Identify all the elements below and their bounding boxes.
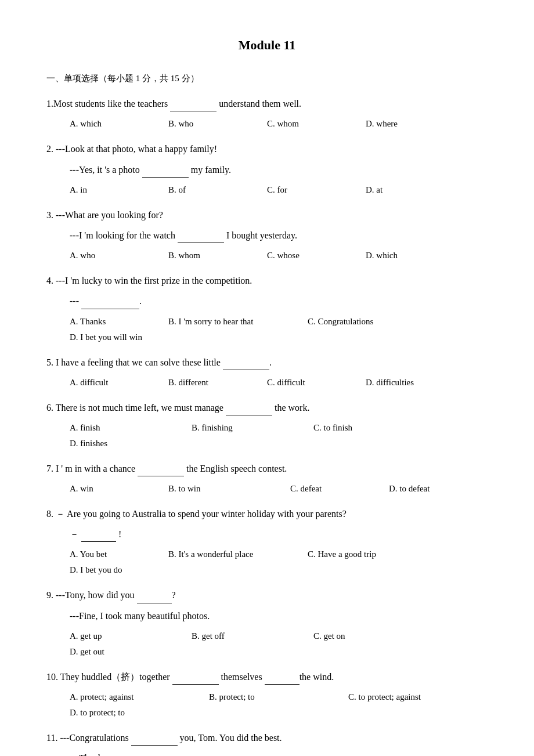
option-5d: D. difficulties xyxy=(366,375,464,390)
option-2b: B. of xyxy=(168,182,267,198)
question-6: 6. There is not much time left, we must … xyxy=(46,400,488,451)
page-title: Module 11 xyxy=(46,35,488,55)
question-3: 3. ---What are you looking for? ---I 'm … xyxy=(46,207,488,263)
option-4d: D. I bet you will win xyxy=(70,330,209,345)
option-9c: C. get on xyxy=(313,628,435,644)
option-7b: B. to win xyxy=(168,481,290,497)
option-6d: D. finishes xyxy=(70,436,192,451)
option-4b: B. I 'm sorry to hear that xyxy=(168,314,308,330)
option-9d: D. get out xyxy=(70,644,192,660)
question-3-text: 3. ---What are you looking for? xyxy=(46,207,488,223)
question-11-sub: ---Thank you. xyxy=(70,750,488,756)
question-9-options: A. get up B. get off C. get on D. get ou… xyxy=(70,628,488,660)
option-6a: A. finish xyxy=(70,420,192,436)
option-1c: C. whom xyxy=(267,116,366,132)
question-2: 2. ---Look at that photo, what a happy f… xyxy=(46,141,488,197)
option-1d: D. where xyxy=(366,116,464,132)
option-10a: A. protect; against xyxy=(70,689,209,705)
question-9-sub: ---Fine, I took many beautiful photos. xyxy=(70,608,488,624)
option-8c: C. Have a good trip xyxy=(308,547,447,562)
question-4-options: A. Thanks B. I 'm sorry to hear that C. … xyxy=(70,314,488,345)
question-5-options: A. difficult B. different C. difficult D… xyxy=(70,375,488,390)
question-10-options: A. protect; against B. protect; to C. to… xyxy=(70,689,488,721)
question-1: 1.Most students like the teachers unders… xyxy=(46,96,488,132)
option-10c: C. to protect; against xyxy=(348,689,488,705)
question-7-options: A. win B. to win C. defeat D. to defeat xyxy=(70,481,488,497)
question-2-text: 2. ---Look at that photo, what a happy f… xyxy=(46,141,488,157)
question-8-sub: － ! xyxy=(70,526,488,542)
question-8-text: 8. － Are you going to Australia to spend… xyxy=(46,506,488,522)
question-6-options: A. finish B. finishing C. to finish D. f… xyxy=(70,420,488,451)
section-header: 一、单项选择（每小题 1 分，共 15 分） xyxy=(46,71,488,85)
option-7d: D. to defeat xyxy=(389,481,488,497)
option-5a: A. difficult xyxy=(70,375,168,390)
question-7: 7. I ' m in with a chance the English sp… xyxy=(46,461,488,497)
question-6-text: 6. There is not much time left, we must … xyxy=(46,400,488,415)
option-4a: A. Thanks xyxy=(70,314,168,330)
question-8: 8. － Are you going to Australia to spend… xyxy=(46,506,488,578)
question-9-text: 9. ---Tony, how did you ? xyxy=(46,587,488,603)
option-3b: B. whom xyxy=(168,248,267,263)
option-5c: C. difficult xyxy=(267,375,366,390)
option-8d: D. I bet you do xyxy=(70,562,209,578)
option-9b: B. get off xyxy=(192,628,313,644)
question-1-options: A. which B. who C. whom D. where xyxy=(70,116,488,132)
option-5b: B. different xyxy=(168,375,267,390)
question-10: 10. They huddled（挤）together themselves t… xyxy=(46,669,488,721)
option-3d: D. which xyxy=(366,248,464,263)
option-3a: A. who xyxy=(70,248,168,263)
option-9a: A. get up xyxy=(70,628,192,644)
option-4c: C. Congratulations xyxy=(308,314,447,330)
question-5-text: 5. I have a feeling that we can solve th… xyxy=(46,355,488,370)
question-2-sub: ---Yes, it 's a photo my family. xyxy=(70,162,488,178)
question-10-text: 10. They huddled（挤）together themselves t… xyxy=(46,669,488,685)
option-1b: B. who xyxy=(168,116,267,132)
question-8-options: A. You bet B. It's a wonderful place C. … xyxy=(70,547,488,578)
option-6c: C. to finish xyxy=(313,420,435,436)
question-11: 11. ---Congratulations you, Tom. You did… xyxy=(46,730,488,756)
question-2-options: A. in B. of C. for D. at xyxy=(70,182,488,198)
question-4-text: 4. ---I 'm lucky to win the first prize … xyxy=(46,273,488,288)
option-2a: A. in xyxy=(70,182,168,198)
question-1-text: 1.Most students like the teachers unders… xyxy=(46,96,488,111)
option-2d: D. at xyxy=(366,182,464,198)
option-6b: B. finishing xyxy=(192,420,313,436)
question-5: 5. I have a feeling that we can solve th… xyxy=(46,355,488,390)
option-8b: B. It's a wonderful place xyxy=(168,547,308,562)
question-9: 9. ---Tony, how did you ? ---Fine, I too… xyxy=(46,587,488,659)
question-3-sub: ---I 'm looking for the watch I bought y… xyxy=(70,227,488,243)
question-11-text: 11. ---Congratulations you, Tom. You did… xyxy=(46,730,488,746)
option-7a: A. win xyxy=(70,481,168,497)
question-4: 4. ---I 'm lucky to win the first prize … xyxy=(46,273,488,345)
option-10d: D. to protect; to xyxy=(70,705,209,721)
option-10b: B. protect; to xyxy=(209,689,348,705)
question-7-text: 7. I ' m in with a chance the English sp… xyxy=(46,461,488,476)
question-3-options: A. who B. whom C. whose D. which xyxy=(70,248,488,263)
option-3c: C. whose xyxy=(267,248,366,263)
option-1a: A. which xyxy=(70,116,168,132)
option-8a: A. You bet xyxy=(70,547,168,562)
option-7c: C. defeat xyxy=(290,481,389,497)
option-2c: C. for xyxy=(267,182,366,198)
question-4-sub: --- . xyxy=(70,293,488,309)
